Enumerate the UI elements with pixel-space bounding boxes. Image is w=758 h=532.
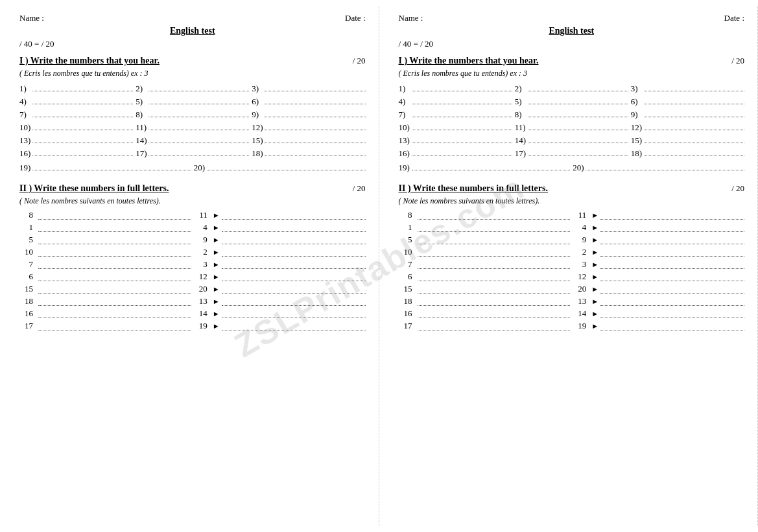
right-ii-n6: 6 bbox=[399, 272, 415, 282]
left-ii-n7: 15 bbox=[19, 284, 36, 294]
right-item-10: 10) bbox=[399, 121, 512, 133]
left-ii-n6: 6 bbox=[19, 272, 36, 282]
right-item-17: 17) bbox=[515, 147, 628, 159]
left-date-label: Date : bbox=[345, 13, 365, 23]
right-item-12: 12) bbox=[631, 121, 744, 133]
left-item-2: 2) bbox=[136, 82, 249, 94]
right-ii-n12: 4 bbox=[573, 222, 589, 233]
left-section2: II ) Write these numbers in full letters… bbox=[19, 183, 366, 331]
right-item-20: 20) bbox=[573, 161, 744, 173]
left-ii-d8 bbox=[38, 297, 191, 306]
left-ii-n18: 13 bbox=[194, 296, 210, 306]
right-section1-last-row: 19) 20) bbox=[399, 161, 745, 173]
left-item-15: 15) bbox=[252, 134, 365, 146]
left-item-1: 1) bbox=[19, 82, 133, 94]
left-ii-n8: 18 bbox=[19, 296, 36, 306]
right-title: English test bbox=[399, 26, 745, 36]
right-header: Name : Date : bbox=[399, 13, 745, 23]
right-item-6: 6) bbox=[631, 95, 744, 107]
right-ii-d8 bbox=[418, 297, 571, 306]
right-ii-d9 bbox=[418, 309, 571, 318]
right-item-11: 11) bbox=[515, 121, 628, 133]
right-section2-subtitle: ( Note les nombres suivants en toutes le… bbox=[399, 196, 745, 206]
right-ii-n15: 3 bbox=[573, 259, 589, 270]
right-ii-n1: 8 bbox=[399, 210, 415, 220]
left-item-3: 3) bbox=[252, 82, 365, 94]
right-ii-n20: 19 bbox=[573, 321, 589, 331]
right-section1-subtitle: ( Ecris les nombres que tu entends) ex :… bbox=[399, 69, 745, 78]
right-section2: II ) Write these numbers in full letters… bbox=[399, 183, 745, 331]
left-section1-header: I ) Write the numbers that you hear. / 2… bbox=[19, 56, 366, 67]
right-ii-n9: 16 bbox=[399, 308, 415, 319]
left-section2-score: / 20 bbox=[353, 183, 366, 194]
left-ii-n1: 8 bbox=[19, 210, 36, 220]
left-item-19: 19) bbox=[19, 161, 191, 173]
left-section1-score: / 20 bbox=[353, 56, 366, 66]
right-date-label: Date : bbox=[724, 13, 744, 23]
right-section2-header: II ) Write these numbers in full letters… bbox=[399, 183, 745, 195]
right-item-16: 16) bbox=[399, 147, 512, 159]
left-ii-d7 bbox=[38, 284, 191, 294]
left-ii-n5: 7 bbox=[19, 259, 36, 270]
right-ii-d4 bbox=[418, 248, 571, 257]
right-section1-header: I ) Write the numbers that you hear. / 2… bbox=[399, 56, 745, 67]
left-score-row: / 40 = / 20 bbox=[19, 39, 366, 49]
left-item-16: 16) bbox=[19, 147, 133, 159]
right-item-4: 4) bbox=[399, 95, 512, 107]
right-ii-d2 bbox=[418, 223, 571, 232]
left-section2-header: II ) Write these numbers in full letters… bbox=[19, 183, 366, 195]
left-ii-n9: 16 bbox=[19, 308, 36, 319]
right-ii-n4: 10 bbox=[399, 247, 415, 257]
left-ii-n14: 2 bbox=[194, 247, 210, 257]
left-ii-d10 bbox=[38, 321, 191, 330]
right-ii-n13: 9 bbox=[573, 235, 589, 245]
right-name-label: Name : bbox=[399, 13, 423, 23]
right-ii-n17: 20 bbox=[573, 284, 589, 294]
left-section2-table: 8 11 ► 1 4 ► 5 9 ► 10 2 ► 7 bbox=[19, 210, 366, 331]
left-ii-n11: 11 bbox=[194, 210, 210, 220]
left-header: Name : Date : bbox=[19, 13, 366, 23]
right-item-13: 13) bbox=[399, 134, 512, 146]
right-ii-n19: 14 bbox=[573, 308, 589, 319]
left-column: Name : Date : English test / 40 = / 20 I… bbox=[0, 6, 379, 526]
right-item-14: 14) bbox=[515, 134, 628, 146]
left-item-10: 10) bbox=[19, 121, 133, 133]
right-ii-d6 bbox=[418, 272, 571, 281]
right-ii-d3 bbox=[418, 235, 571, 244]
left-section2-title: II ) Write these numbers in full letters… bbox=[19, 183, 169, 194]
left-ii-n13: 9 bbox=[194, 235, 210, 245]
left-section1-grid: 1) 2) 3) 4) 5) 6) 7) 8) 9) 10) 11) 12) 1… bbox=[19, 82, 366, 159]
right-ii-d1 bbox=[418, 211, 571, 220]
left-item-8: 8) bbox=[136, 108, 249, 120]
left-ii-n15: 3 bbox=[194, 259, 210, 270]
left-ii-d9 bbox=[38, 309, 191, 318]
right-ii-d10 bbox=[418, 321, 571, 330]
left-ii-n16: 12 bbox=[194, 272, 210, 282]
left-ii-n3: 5 bbox=[19, 235, 36, 245]
left-section1-subtitle: ( Ecris les nombres que tu entends) ex :… bbox=[19, 69, 366, 78]
left-section1-title: I ) Write the numbers that you hear. bbox=[19, 56, 160, 66]
left-ii-d6 bbox=[38, 272, 191, 281]
left-ii-d4 bbox=[38, 248, 191, 257]
left-item-5: 5) bbox=[136, 95, 249, 107]
left-item-17: 17) bbox=[136, 147, 249, 159]
right-ii-n2: 1 bbox=[399, 222, 415, 233]
left-item-9: 9) bbox=[252, 108, 365, 120]
right-item-3: 3) bbox=[631, 82, 744, 94]
left-section2-subtitle: ( Note les nombres suivants en toutes le… bbox=[19, 196, 366, 206]
right-section1-score: / 20 bbox=[731, 56, 744, 66]
right-ii-n11: 11 bbox=[573, 210, 589, 220]
right-item-8: 8) bbox=[515, 108, 628, 120]
right-item-2: 2) bbox=[515, 82, 628, 94]
right-ii-n7: 15 bbox=[399, 284, 415, 294]
right-section2-score: / 20 bbox=[731, 183, 744, 194]
left-ii-n10: 17 bbox=[19, 321, 36, 331]
right-item-19: 19) bbox=[399, 161, 571, 173]
right-ii-n18: 13 bbox=[573, 296, 589, 306]
left-ii-d2 bbox=[38, 223, 191, 232]
right-ii-d7 bbox=[418, 284, 571, 294]
right-column: Name : Date : English test / 40 = / 20 I… bbox=[379, 6, 759, 526]
right-item-18: 18) bbox=[631, 147, 744, 159]
right-section2-title: II ) Write these numbers in full letters… bbox=[399, 183, 548, 194]
left-ii-n20: 19 bbox=[194, 321, 210, 331]
